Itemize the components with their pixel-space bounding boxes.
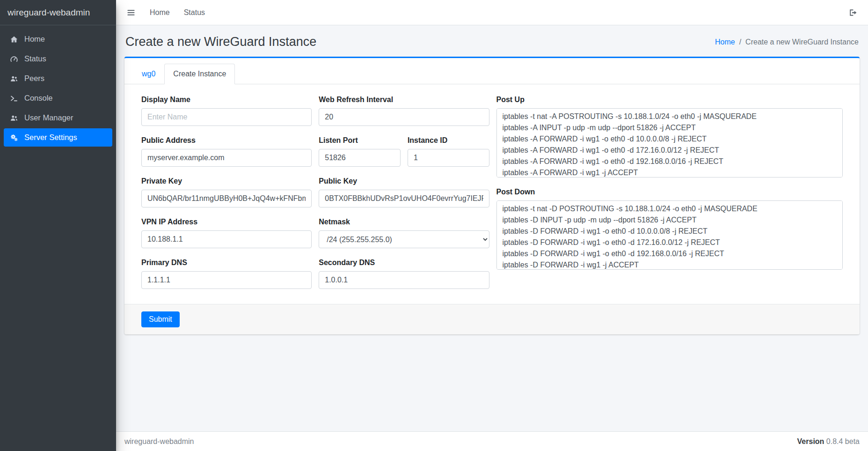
listen-port-input[interactable] xyxy=(319,149,401,167)
instance-card: wg0 Create Instance Display Name Public xyxy=(124,57,860,334)
netmask-select[interactable]: /24 (255.255.255.0) xyxy=(319,230,489,248)
brand-title[interactable]: wireguard-webadmin xyxy=(0,0,116,25)
post-down-field: Post Down iptables -t nat -D POSTROUTING… xyxy=(496,188,843,270)
sidebar-item-user-manager[interactable]: User Manager xyxy=(4,109,112,127)
private-key-input[interactable] xyxy=(141,190,312,207)
cogs-icon xyxy=(8,133,20,142)
page-footer: wireguard-webadmin Version 0.8.4 beta xyxy=(116,431,868,451)
sidebar-item-home[interactable]: Home xyxy=(4,30,112,48)
logout-button[interactable] xyxy=(848,8,858,17)
navbar-link-status[interactable]: Status xyxy=(184,8,205,17)
footer-version: Version 0.8.4 beta xyxy=(797,437,860,446)
sidebar-item-status[interactable]: Status xyxy=(4,50,112,68)
content-header: Create a new WireGuard Instance Home / C… xyxy=(124,25,860,53)
form-column-middle: Web Refresh Interval Listen Port Instanc… xyxy=(319,96,489,299)
page-title: Create a new WireGuard Instance xyxy=(125,35,316,49)
card-body: Display Name Public Address Private Key xyxy=(124,84,860,304)
web-refresh-interval-field: Web Refresh Interval xyxy=(319,96,489,126)
web-refresh-interval-input[interactable] xyxy=(319,108,489,126)
secondary-dns-field: Secondary DNS xyxy=(319,259,489,289)
public-address-label: Public Address xyxy=(141,136,312,145)
top-navbar: Home Status xyxy=(116,0,868,25)
post-down-label: Post Down xyxy=(496,188,843,196)
public-address-input[interactable] xyxy=(141,149,312,167)
breadcrumb-home-link[interactable]: Home xyxy=(715,38,735,46)
footer-version-value: 0.8.4 beta xyxy=(826,437,860,445)
port-id-row: Listen Port Instance ID xyxy=(319,136,489,177)
instance-form: Display Name Public Address Private Key xyxy=(141,96,843,299)
vpn-ip-label: VPN IP Address xyxy=(141,218,312,226)
footer-brand: wireguard-webadmin xyxy=(124,437,194,446)
post-up-label: Post Up xyxy=(496,96,843,104)
hamburger-button[interactable] xyxy=(126,8,136,17)
card-tabs: wg0 Create Instance xyxy=(124,58,860,84)
home-icon xyxy=(8,35,20,44)
sidebar-item-label: Console xyxy=(24,94,53,103)
sidebar: wireguard-webadmin Home Status Peers Con… xyxy=(0,0,116,451)
primary-dns-input[interactable] xyxy=(141,271,312,289)
form-column-left: Display Name Public Address Private Key xyxy=(141,96,312,299)
web-refresh-interval-label: Web Refresh Interval xyxy=(319,96,489,104)
display-name-input[interactable] xyxy=(141,108,312,126)
secondary-dns-label: Secondary DNS xyxy=(319,259,489,267)
breadcrumb-current: Create a new WireGuard Instance xyxy=(745,38,859,46)
sidebar-item-label: Status xyxy=(24,54,46,63)
instance-id-input[interactable] xyxy=(408,149,489,167)
primary-dns-label: Primary DNS xyxy=(141,259,312,267)
sidebar-item-server-settings[interactable]: Server Settings xyxy=(4,128,112,147)
netmask-label: Netmask xyxy=(319,218,489,226)
submit-button[interactable]: Submit xyxy=(141,311,180,327)
instance-id-label: Instance ID xyxy=(408,136,489,145)
primary-dns-field: Primary DNS xyxy=(141,259,312,289)
listen-port-label: Listen Port xyxy=(319,136,401,145)
sidebar-item-label: User Manager xyxy=(24,113,73,122)
instance-id-field: Instance ID xyxy=(408,136,489,167)
card-footer: Submit xyxy=(124,304,860,334)
public-key-field: Public Key xyxy=(319,177,489,207)
content-area: Create a new WireGuard Instance Home / C… xyxy=(116,25,868,431)
display-name-field: Display Name xyxy=(141,96,312,126)
app-root: wireguard-webadmin Home Status Peers Con… xyxy=(0,0,868,451)
public-address-field: Public Address xyxy=(141,136,312,167)
sidebar-item-peers[interactable]: Peers xyxy=(4,69,112,88)
main-column: Home Status Create a new WireGuard Insta… xyxy=(116,0,868,451)
tab-create-instance[interactable]: Create Instance xyxy=(164,64,235,84)
gauge-icon xyxy=(8,55,20,63)
sidebar-item-console[interactable]: Console xyxy=(4,89,112,107)
private-key-label: Private Key xyxy=(141,177,312,185)
breadcrumb-separator: / xyxy=(739,38,741,46)
post-up-textarea[interactable]: iptables -t nat -A POSTROUTING -s 10.188… xyxy=(496,108,843,177)
public-key-label: Public Key xyxy=(319,177,489,185)
listen-port-field: Listen Port xyxy=(319,136,401,167)
tab-wg0[interactable]: wg0 xyxy=(133,64,164,84)
sidebar-nav: Home Status Peers Console User Manager S… xyxy=(0,25,116,153)
sidebar-item-label: Home xyxy=(24,35,45,44)
users-icon xyxy=(8,114,20,122)
terminal-icon xyxy=(8,94,20,103)
post-up-field: Post Up iptables -t nat -A POSTROUTING -… xyxy=(496,96,843,177)
secondary-dns-input[interactable] xyxy=(319,271,489,289)
sidebar-item-label: Server Settings xyxy=(24,133,77,142)
private-key-field: Private Key xyxy=(141,177,312,207)
footer-version-label: Version xyxy=(797,437,824,445)
post-down-textarea[interactable]: iptables -t nat -D POSTROUTING -s 10.188… xyxy=(496,200,843,270)
vpn-ip-input[interactable] xyxy=(141,230,312,248)
netmask-field: Netmask /24 (255.255.255.0) xyxy=(319,218,489,248)
users-icon xyxy=(8,74,20,83)
form-column-right: Post Up iptables -t nat -A POSTROUTING -… xyxy=(496,96,843,299)
sidebar-item-label: Peers xyxy=(24,74,44,83)
vpn-ip-field: VPN IP Address xyxy=(141,218,312,248)
breadcrumb: Home / Create a new WireGuard Instance xyxy=(715,38,859,46)
public-key-input[interactable] xyxy=(319,190,489,207)
navbar-link-home[interactable]: Home xyxy=(150,8,170,17)
navbar-left: Home Status xyxy=(126,8,205,17)
display-name-label: Display Name xyxy=(141,96,312,104)
